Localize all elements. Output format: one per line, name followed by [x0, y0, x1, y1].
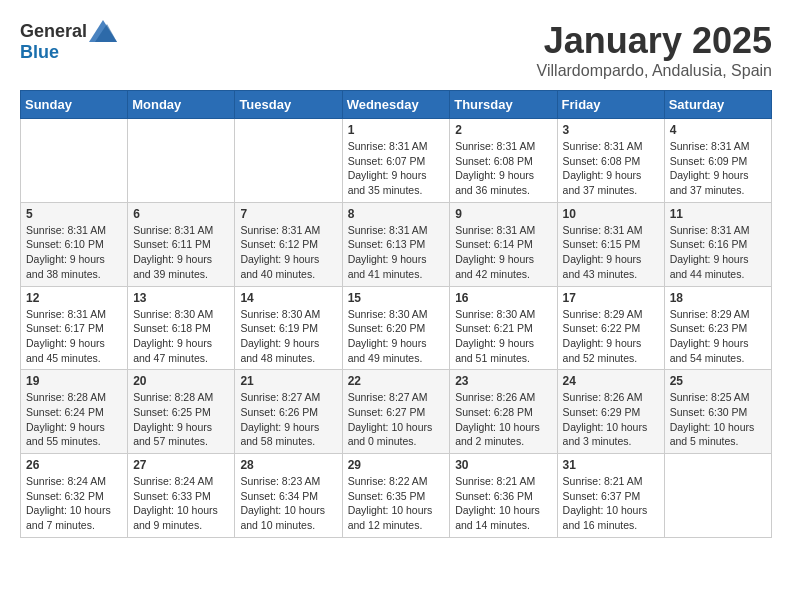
- cell-content: Sunrise: 8:25 AM Sunset: 6:30 PM Dayligh…: [670, 390, 766, 449]
- calendar-cell: 28Sunrise: 8:23 AM Sunset: 6:34 PM Dayli…: [235, 454, 342, 538]
- day-number: 4: [670, 123, 766, 137]
- calendar-cell: 27Sunrise: 8:24 AM Sunset: 6:33 PM Dayli…: [128, 454, 235, 538]
- calendar-cell: 26Sunrise: 8:24 AM Sunset: 6:32 PM Dayli…: [21, 454, 128, 538]
- calendar-cell: 2Sunrise: 8:31 AM Sunset: 6:08 PM Daylig…: [450, 119, 557, 203]
- cell-content: Sunrise: 8:27 AM Sunset: 6:26 PM Dayligh…: [240, 390, 336, 449]
- cell-content: Sunrise: 8:31 AM Sunset: 6:16 PM Dayligh…: [670, 223, 766, 282]
- header-cell-tuesday: Tuesday: [235, 91, 342, 119]
- calendar-cell: 5Sunrise: 8:31 AM Sunset: 6:10 PM Daylig…: [21, 202, 128, 286]
- cell-content: Sunrise: 8:31 AM Sunset: 6:08 PM Dayligh…: [563, 139, 659, 198]
- calendar-cell: 18Sunrise: 8:29 AM Sunset: 6:23 PM Dayli…: [664, 286, 771, 370]
- header-cell-wednesday: Wednesday: [342, 91, 450, 119]
- calendar-cell: 29Sunrise: 8:22 AM Sunset: 6:35 PM Dayli…: [342, 454, 450, 538]
- week-row-2: 5Sunrise: 8:31 AM Sunset: 6:10 PM Daylig…: [21, 202, 772, 286]
- cell-content: Sunrise: 8:28 AM Sunset: 6:25 PM Dayligh…: [133, 390, 229, 449]
- cell-content: Sunrise: 8:28 AM Sunset: 6:24 PM Dayligh…: [26, 390, 122, 449]
- cell-content: Sunrise: 8:31 AM Sunset: 6:12 PM Dayligh…: [240, 223, 336, 282]
- header-cell-friday: Friday: [557, 91, 664, 119]
- day-number: 9: [455, 207, 551, 221]
- week-row-3: 12Sunrise: 8:31 AM Sunset: 6:17 PM Dayli…: [21, 286, 772, 370]
- day-number: 23: [455, 374, 551, 388]
- day-number: 21: [240, 374, 336, 388]
- cell-content: Sunrise: 8:29 AM Sunset: 6:22 PM Dayligh…: [563, 307, 659, 366]
- cell-content: Sunrise: 8:31 AM Sunset: 6:07 PM Dayligh…: [348, 139, 445, 198]
- day-number: 28: [240, 458, 336, 472]
- day-number: 27: [133, 458, 229, 472]
- cell-content: Sunrise: 8:31 AM Sunset: 6:08 PM Dayligh…: [455, 139, 551, 198]
- calendar-cell: 19Sunrise: 8:28 AM Sunset: 6:24 PM Dayli…: [21, 370, 128, 454]
- day-number: 6: [133, 207, 229, 221]
- calendar-cell: [235, 119, 342, 203]
- calendar-cell: [21, 119, 128, 203]
- day-number: 18: [670, 291, 766, 305]
- day-number: 10: [563, 207, 659, 221]
- calendar-cell: 22Sunrise: 8:27 AM Sunset: 6:27 PM Dayli…: [342, 370, 450, 454]
- day-number: 24: [563, 374, 659, 388]
- calendar-cell: 30Sunrise: 8:21 AM Sunset: 6:36 PM Dayli…: [450, 454, 557, 538]
- calendar-cell: 3Sunrise: 8:31 AM Sunset: 6:08 PM Daylig…: [557, 119, 664, 203]
- calendar-cell: 14Sunrise: 8:30 AM Sunset: 6:19 PM Dayli…: [235, 286, 342, 370]
- calendar-cell: 8Sunrise: 8:31 AM Sunset: 6:13 PM Daylig…: [342, 202, 450, 286]
- day-number: 1: [348, 123, 445, 137]
- cell-content: Sunrise: 8:27 AM Sunset: 6:27 PM Dayligh…: [348, 390, 445, 449]
- cell-content: Sunrise: 8:31 AM Sunset: 6:15 PM Dayligh…: [563, 223, 659, 282]
- week-row-5: 26Sunrise: 8:24 AM Sunset: 6:32 PM Dayli…: [21, 454, 772, 538]
- calendar-cell: 25Sunrise: 8:25 AM Sunset: 6:30 PM Dayli…: [664, 370, 771, 454]
- calendar-cell: 1Sunrise: 8:31 AM Sunset: 6:07 PM Daylig…: [342, 119, 450, 203]
- calendar-table: SundayMondayTuesdayWednesdayThursdayFrid…: [20, 90, 772, 538]
- calendar-cell: 17Sunrise: 8:29 AM Sunset: 6:22 PM Dayli…: [557, 286, 664, 370]
- cell-content: Sunrise: 8:30 AM Sunset: 6:18 PM Dayligh…: [133, 307, 229, 366]
- day-number: 13: [133, 291, 229, 305]
- logo-general: General: [20, 21, 87, 42]
- cell-content: Sunrise: 8:24 AM Sunset: 6:32 PM Dayligh…: [26, 474, 122, 533]
- day-number: 17: [563, 291, 659, 305]
- calendar-cell: [664, 454, 771, 538]
- day-number: 20: [133, 374, 229, 388]
- week-row-4: 19Sunrise: 8:28 AM Sunset: 6:24 PM Dayli…: [21, 370, 772, 454]
- calendar-cell: [128, 119, 235, 203]
- month-title: January 2025: [537, 20, 772, 62]
- calendar-cell: 15Sunrise: 8:30 AM Sunset: 6:20 PM Dayli…: [342, 286, 450, 370]
- day-number: 11: [670, 207, 766, 221]
- calendar-cell: 21Sunrise: 8:27 AM Sunset: 6:26 PM Dayli…: [235, 370, 342, 454]
- cell-content: Sunrise: 8:29 AM Sunset: 6:23 PM Dayligh…: [670, 307, 766, 366]
- cell-content: Sunrise: 8:22 AM Sunset: 6:35 PM Dayligh…: [348, 474, 445, 533]
- day-number: 22: [348, 374, 445, 388]
- calendar-cell: 4Sunrise: 8:31 AM Sunset: 6:09 PM Daylig…: [664, 119, 771, 203]
- day-number: 25: [670, 374, 766, 388]
- cell-content: Sunrise: 8:24 AM Sunset: 6:33 PM Dayligh…: [133, 474, 229, 533]
- calendar-cell: 12Sunrise: 8:31 AM Sunset: 6:17 PM Dayli…: [21, 286, 128, 370]
- day-number: 8: [348, 207, 445, 221]
- calendar-cell: 9Sunrise: 8:31 AM Sunset: 6:14 PM Daylig…: [450, 202, 557, 286]
- calendar-cell: 16Sunrise: 8:30 AM Sunset: 6:21 PM Dayli…: [450, 286, 557, 370]
- calendar-cell: 13Sunrise: 8:30 AM Sunset: 6:18 PM Dayli…: [128, 286, 235, 370]
- cell-content: Sunrise: 8:21 AM Sunset: 6:36 PM Dayligh…: [455, 474, 551, 533]
- cell-content: Sunrise: 8:21 AM Sunset: 6:37 PM Dayligh…: [563, 474, 659, 533]
- cell-content: Sunrise: 8:30 AM Sunset: 6:20 PM Dayligh…: [348, 307, 445, 366]
- header: General Blue January 2025 Villardompardo…: [20, 20, 772, 80]
- day-number: 14: [240, 291, 336, 305]
- header-cell-thursday: Thursday: [450, 91, 557, 119]
- calendar-cell: 10Sunrise: 8:31 AM Sunset: 6:15 PM Dayli…: [557, 202, 664, 286]
- day-number: 19: [26, 374, 122, 388]
- day-number: 2: [455, 123, 551, 137]
- cell-content: Sunrise: 8:26 AM Sunset: 6:28 PM Dayligh…: [455, 390, 551, 449]
- logo-icon: [89, 20, 117, 42]
- logo-blue: Blue: [20, 42, 59, 62]
- day-number: 3: [563, 123, 659, 137]
- day-number: 5: [26, 207, 122, 221]
- cell-content: Sunrise: 8:31 AM Sunset: 6:09 PM Dayligh…: [670, 139, 766, 198]
- day-number: 30: [455, 458, 551, 472]
- cell-content: Sunrise: 8:31 AM Sunset: 6:14 PM Dayligh…: [455, 223, 551, 282]
- cell-content: Sunrise: 8:26 AM Sunset: 6:29 PM Dayligh…: [563, 390, 659, 449]
- calendar-cell: 20Sunrise: 8:28 AM Sunset: 6:25 PM Dayli…: [128, 370, 235, 454]
- calendar-cell: 11Sunrise: 8:31 AM Sunset: 6:16 PM Dayli…: [664, 202, 771, 286]
- day-number: 15: [348, 291, 445, 305]
- header-cell-sunday: Sunday: [21, 91, 128, 119]
- calendar-cell: 7Sunrise: 8:31 AM Sunset: 6:12 PM Daylig…: [235, 202, 342, 286]
- calendar-cell: 31Sunrise: 8:21 AM Sunset: 6:37 PM Dayli…: [557, 454, 664, 538]
- location-title: Villardompardo, Andalusia, Spain: [537, 62, 772, 80]
- header-row: SundayMondayTuesdayWednesdayThursdayFrid…: [21, 91, 772, 119]
- cell-content: Sunrise: 8:31 AM Sunset: 6:10 PM Dayligh…: [26, 223, 122, 282]
- day-number: 26: [26, 458, 122, 472]
